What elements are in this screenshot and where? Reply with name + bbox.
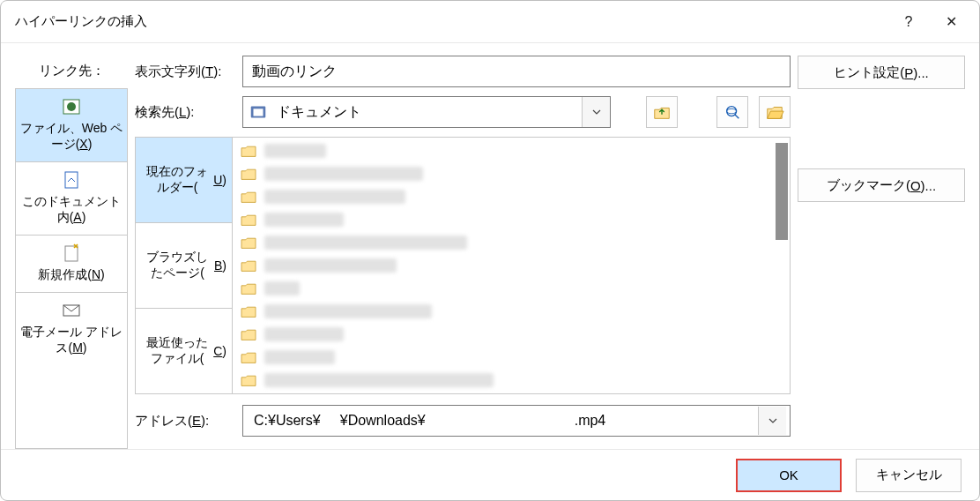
list-item[interactable] xyxy=(233,300,790,323)
dialog-title: ハイパーリンクの挿入 xyxy=(15,13,887,30)
search-location-value: ドキュメント xyxy=(277,103,573,122)
svg-rect-6 xyxy=(254,108,264,116)
list-item-label xyxy=(264,190,405,204)
folder-icon xyxy=(240,350,257,364)
address-input[interactable] xyxy=(252,412,758,430)
folder-icon xyxy=(240,167,257,181)
main-area: 表示文字列(T): 動画のリンク 検索先(L): ドキュメント xyxy=(135,43,791,449)
link-to-email[interactable]: 電子メール アドレス(M) xyxy=(16,293,127,365)
file-browser: 現在のフォルダー(U) ブラウズしたページ(B) 最近使ったファイル(C) xyxy=(135,137,791,394)
browse-web-button[interactable] xyxy=(716,96,748,128)
list-item-label xyxy=(264,236,467,250)
file-list[interactable] xyxy=(233,138,790,393)
this-doc-icon xyxy=(59,169,84,191)
list-item-label xyxy=(264,281,300,295)
new-doc-icon xyxy=(59,243,84,264)
bookmark-button[interactable]: ブックマーク(O)... xyxy=(798,168,965,202)
list-item-label xyxy=(264,327,344,341)
folder-icon xyxy=(240,144,257,158)
list-item[interactable] xyxy=(233,277,790,300)
list-item[interactable] xyxy=(233,323,790,346)
display-text-input[interactable]: 動画のリンク xyxy=(242,56,791,87)
list-item-label xyxy=(264,167,423,181)
svg-point-1 xyxy=(67,102,76,111)
folder-icon xyxy=(240,258,257,273)
list-item[interactable] xyxy=(233,139,790,162)
folder-icon xyxy=(240,304,257,318)
documents-folder-icon xyxy=(249,102,268,122)
list-item[interactable] xyxy=(233,162,790,185)
list-item[interactable] xyxy=(233,208,790,231)
dialog-footer: OK キャンセル xyxy=(1,449,979,500)
list-item-label xyxy=(264,258,397,273)
link-to-caption: リンク先： xyxy=(15,43,128,88)
search-location-dropdown-button[interactable] xyxy=(582,97,610,127)
close-button[interactable]: ✕ xyxy=(930,1,972,43)
folder-icon xyxy=(240,327,257,341)
address-combo[interactable] xyxy=(242,405,791,437)
search-location-combo[interactable]: ドキュメント xyxy=(242,96,611,128)
link-to-label: 新規作成(N) xyxy=(38,267,104,283)
ok-button[interactable]: OK xyxy=(736,459,842,492)
address-label: アドレス(E): xyxy=(135,413,232,430)
screen-tip-button[interactable]: ヒント設定(P)... xyxy=(798,56,965,89)
folder-icon xyxy=(240,190,257,204)
folder-icon xyxy=(240,236,257,250)
folder-icon xyxy=(240,213,257,227)
folder-icon xyxy=(240,281,257,295)
link-to-label: このドキュメント内(A) xyxy=(19,194,123,226)
list-item-label xyxy=(264,144,326,158)
browser-tab-strip: 現在のフォルダー(U) ブラウズしたページ(B) 最近使ったファイル(C) xyxy=(136,138,233,393)
email-icon xyxy=(59,300,84,321)
svg-point-8 xyxy=(727,108,737,113)
list-item[interactable] xyxy=(233,369,790,392)
vertical-scrollbar[interactable] xyxy=(776,143,788,240)
help-button[interactable]: ? xyxy=(887,1,930,43)
display-text-value: 動画のリンク xyxy=(252,63,337,81)
svg-rect-2 xyxy=(65,172,78,188)
address-row: アドレス(E): xyxy=(135,405,791,437)
list-item-label xyxy=(264,304,432,318)
address-dropdown-button[interactable] xyxy=(758,407,786,435)
tab-current-folder[interactable]: 現在のフォルダー(U) xyxy=(136,138,232,223)
folder-icon xyxy=(240,373,257,387)
file-web-icon xyxy=(59,96,84,117)
link-to-label: ファイル、Web ページ(X) xyxy=(19,121,123,153)
titlebar: ハイパーリンクの挿入 ? ✕ xyxy=(1,1,979,43)
link-to-column: リンク先： ファイル、Web ページ(X) このドキュメント内(A) xyxy=(15,43,128,449)
list-item[interactable] xyxy=(233,185,790,208)
cancel-button[interactable]: キャンセル xyxy=(856,459,961,492)
link-to-file-web[interactable]: ファイル、Web ページ(X) xyxy=(16,89,127,162)
list-item-label xyxy=(264,373,494,387)
link-to-new-doc[interactable]: 新規作成(N) xyxy=(16,236,127,293)
tab-recent-files[interactable]: 最近使ったファイル(C) xyxy=(136,309,232,393)
browse-file-button[interactable] xyxy=(759,96,791,128)
display-text-label: 表示文字列(T): xyxy=(135,64,232,80)
search-row: 検索先(L): ドキュメント xyxy=(135,96,791,128)
display-text-row: 表示文字列(T): 動画のリンク xyxy=(135,56,791,87)
list-item[interactable] xyxy=(233,231,790,254)
list-item-label xyxy=(264,213,344,227)
right-side-buttons: ヒント設定(P)... ブックマーク(O)... xyxy=(798,43,965,449)
hyperlink-dialog: ハイパーリンクの挿入 ? ✕ リンク先： ファイル、Web ページ(X) xyxy=(0,0,980,501)
list-item[interactable] xyxy=(233,346,790,369)
tab-browsed-pages[interactable]: ブラウズしたページ(B) xyxy=(136,223,232,309)
up-one-level-button[interactable] xyxy=(646,96,678,128)
link-to-panel: ファイル、Web ページ(X) このドキュメント内(A) 新規作成(N) xyxy=(15,88,128,449)
list-item-label xyxy=(264,350,335,364)
link-to-this-doc[interactable]: このドキュメント内(A) xyxy=(16,162,127,236)
link-to-label: 電子メール アドレス(M) xyxy=(19,325,123,356)
svg-rect-3 xyxy=(65,246,78,261)
list-item[interactable] xyxy=(233,254,790,277)
search-label: 検索先(L): xyxy=(135,104,232,121)
